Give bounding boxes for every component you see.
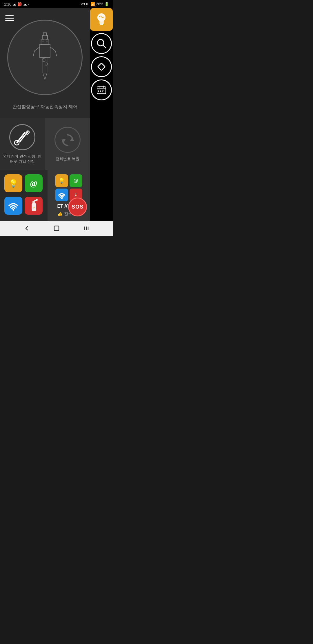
svg-line-5 [55,51,57,56]
svg-line-32 [103,45,106,48]
svg-rect-40 [102,90,103,91]
status-left: 1:16 ☁ 🎒 ☁ · [4,2,29,6]
sidebar-calendar-svg [95,84,108,96]
svg-point-24 [36,199,38,201]
home-square-icon [53,225,60,232]
sidebar-bulb-button[interactable] [90,8,113,31]
nav-bar [0,221,113,236]
svg-line-2 [34,47,40,51]
svg-rect-0 [41,39,49,44]
robot-drill-illustration [28,31,62,84]
svg-line-4 [33,51,35,56]
hero-section: 간접활성공구 자동접속장치 제어 [0,8,90,118]
extinguisher-icon: ⚡ [29,199,39,213]
svg-point-8 [42,58,45,61]
hamburger-line-2 [5,18,14,19]
tools-cell[interactable]: 인테리어 견적 신청, 인터넷 가입 신청 [0,118,45,170]
app-icons-section: 💡 @ [0,170,90,221]
wifi-app-icon[interactable] [4,197,22,215]
svg-point-27 [97,13,105,21]
et-wifi-icon[interactable] [55,189,68,201]
sync-cell[interactable]: 전화번호 복원 [45,118,90,170]
et-wifi-svg [58,191,66,199]
sidebar-bulb-svg [95,12,108,27]
svg-rect-42 [98,91,99,92]
bulb-app-icon[interactable]: 💡 [4,174,22,192]
svg-marker-18 [70,138,74,141]
left-area: 간접활성공구 자동접속장치 제어 인테리어 견적 신청, 인터넷 가입 신청 [0,8,90,221]
status-right: VoLTE 📶 36% 🔋 [81,2,109,6]
svg-rect-33 [98,63,105,70]
svg-rect-45 [54,226,59,231]
wrench-cross-icon [14,129,31,146]
recents-button[interactable] [83,225,90,232]
et-bulb-icon[interactable]: 💡 [55,174,68,187]
at-symbol: @ [30,179,37,188]
volte-icon: VoLTE [81,3,89,6]
sync-arrows-icon [60,132,76,148]
sidebar-search-svg [96,38,107,49]
recents-lines-icon [83,225,90,232]
thumbs-up-icon: 👍 [57,211,62,216]
email-app-icon[interactable]: @ [25,174,43,192]
dot-icon: · [28,2,29,6]
bulb-emoji: 💡 [9,179,18,188]
hamburger-menu[interactable] [3,12,16,25]
wifi-signal-icon: 📶 [90,2,95,6]
tools-label: 인테리어 견적 신청, 인터넷 가입 신청 [3,154,42,164]
svg-marker-7 [43,73,47,80]
bag-icon: 🎒 [17,2,22,6]
svg-rect-12 [42,39,44,41]
app-icons-left: 💡 @ [0,170,47,221]
svg-line-3 [50,47,55,51]
sidebar-calendar-button[interactable] [91,79,112,100]
hero-title: 간접활성공구 자동접속장치 제어 [12,104,78,110]
battery-icon: 🔋 [104,2,109,6]
cloud-icon: ☁ [12,2,16,6]
svg-rect-39 [100,90,101,91]
svg-rect-44 [102,91,103,92]
svg-rect-1 [40,44,50,57]
svg-rect-38 [98,90,99,91]
svg-rect-28 [99,21,104,24]
home-button[interactable] [53,225,60,232]
svg-rect-41 [103,90,104,91]
wifi-icon [8,200,19,211]
sidebar-card-button[interactable] [91,56,112,77]
svg-rect-13 [46,39,48,41]
time-display: 1:16 [4,2,11,6]
hero-circle [7,20,83,95]
sync-label: 전화번호 복원 [56,156,79,162]
middle-grid: 인테리어 견적 신청, 인터넷 가입 신청 전화번호 복원 [0,118,90,170]
extinguisher-app-icon[interactable]: ⚡ [25,197,43,215]
hamburger-line-1 [5,15,14,16]
sos-button[interactable]: SOS [68,198,87,216]
sidebar-card-svg [96,61,107,72]
svg-rect-43 [100,91,101,92]
wrench-icon-circle [9,124,35,150]
svg-point-20 [12,209,14,211]
svg-point-26 [61,197,63,198]
back-button[interactable] [23,225,30,232]
status-bar: 1:16 ☁ 🎒 ☁ · VoLTE 📶 36% 🔋 [0,0,113,8]
right-sidebar [90,8,113,221]
et-email-icon[interactable]: @ [70,174,82,187]
sidebar-search-button[interactable] [91,33,112,54]
main-container: 간접활성공구 자동접속장치 제어 인테리어 견적 신청, 인터넷 가입 신청 [0,8,113,221]
battery-display: 36% [96,2,103,6]
sync-icon-circle [54,127,81,153]
hamburger-line-3 [5,20,14,21]
back-arrow-icon [23,225,30,232]
cloud2-icon: ☁ [23,2,27,6]
svg-rect-22 [32,201,35,203]
svg-text:⚡: ⚡ [32,206,35,209]
